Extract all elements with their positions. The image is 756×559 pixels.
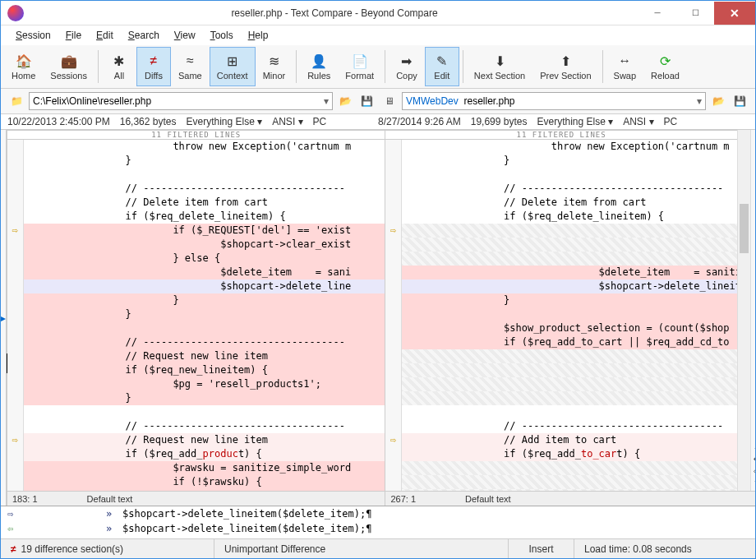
code-line[interactable]: // ---------------------------------- [7,182,385,196]
code-line[interactable] [385,238,736,252]
code-line[interactable]: $shopcart->clear_exist [7,238,385,252]
code-line[interactable] [385,405,736,419]
rules-button[interactable]: 👤Rules [300,47,338,86]
menu-file[interactable]: File [59,27,88,44]
code-line[interactable]: } [385,154,736,168]
format-button[interactable]: 📄Format [338,47,381,86]
right-lineend[interactable]: PC [664,116,678,127]
save-icon[interactable]: 💾 [731,92,749,110]
code-line[interactable]: // ---------------------------------- [385,419,736,433]
arrow-left-icon[interactable]: ⇦ [7,523,24,534]
nav-up-icon[interactable]: ▲ [753,441,755,450]
menu-edit[interactable]: Edit [90,27,120,44]
expand-handle[interactable]: ▸ [1,130,7,506]
open-icon[interactable]: 📂 [336,92,354,110]
code-line[interactable] [385,252,736,266]
code-line[interactable]: // Request new line item [7,349,385,363]
code-line[interactable] [385,377,736,391]
nav-dot-icon[interactable]: ◇ [754,466,755,475]
code-line[interactable]: if ($req_add_to_cart || $req_add_cd_to [385,335,736,349]
prev-section-button[interactable]: ⬆Prev Section [532,47,598,86]
code-line[interactable] [385,475,736,489]
menu-view[interactable]: View [168,27,202,44]
code-line[interactable]: // Delete item from cart [385,196,736,210]
right-code[interactable]: 11 FILTERED LINES ⇨⇨ throw new Exception… [385,130,736,491]
diffs-button[interactable]: ≠Diffs [136,47,171,86]
left-path-input[interactable]: C:\Felix\Online\reseller.php▾ [29,92,333,110]
code-line[interactable]: if ($req_add_to_cart) { [385,447,736,461]
code-line[interactable]: } [7,154,385,168]
nav-down-icon[interactable]: ▼ [753,478,755,487]
code-line[interactable]: if ($req_delete_lineitem) { [385,210,736,224]
code-line[interactable]: if ($req_new_lineitem) { [7,363,385,377]
left-code[interactable]: 11 FILTERED LINES ⇨⇨ throw new Exception… [7,130,385,491]
code-line[interactable]: } [7,307,385,321]
menu-search[interactable]: Search [122,27,166,44]
code-line[interactable]: // Add item to cart [385,433,736,447]
code-line[interactable]: } [385,293,736,307]
save-icon[interactable]: 💾 [357,92,376,110]
code-line[interactable] [385,224,736,238]
code-line[interactable] [385,489,736,491]
code-line[interactable]: $delete_item = sani [7,266,385,280]
code-line[interactable]: $rawsku = sanitize_simple_word [7,461,385,475]
open-icon[interactable]: 📂 [709,92,727,110]
code-line[interactable] [385,168,736,182]
code-line[interactable]: $delete_item = sanitize_in [385,266,736,280]
code-line[interactable] [385,307,736,321]
all-button[interactable]: ✱All [102,47,136,86]
code-line[interactable]: $productclass = saniti [7,489,385,491]
code-line[interactable]: $pg = 'resell_products1'; [7,377,385,391]
code-line[interactable] [7,321,385,335]
menu-tools[interactable]: Tools [204,27,240,44]
copy-button[interactable]: ➡Copy [389,47,425,86]
swap-button[interactable]: ↔Swap [606,47,644,86]
code-line[interactable]: // ---------------------------------- [7,419,385,433]
code-line[interactable]: $shopcart->delete_lineitem($d [385,280,736,293]
nav-dot-icon[interactable]: ◆ [754,454,755,463]
code-line[interactable] [385,349,736,363]
home-button[interactable]: 🏠Home [4,47,43,86]
minor-button[interactable]: ≋Minor [256,47,293,86]
code-line[interactable]: } [7,391,385,405]
code-line[interactable]: } else { [7,252,385,266]
right-filter[interactable]: Everything Else ▾ [537,116,613,127]
code-line[interactable] [385,391,736,405]
code-line[interactable]: if ($req_add_product) { [7,447,385,461]
arrow-right-icon[interactable]: ⇨ [7,508,24,520]
code-line[interactable]: // Delete item from cart [7,196,385,210]
code-line[interactable]: if ($_REQUEST['del'] == 'exist [7,224,385,238]
code-line[interactable] [385,461,736,475]
code-line[interactable]: } [7,293,385,307]
code-line[interactable]: throw new Exception('cartnum m [385,140,736,154]
same-button[interactable]: ≈Same [171,47,210,86]
close-button[interactable]: ✕ [714,2,755,25]
maximize-button[interactable]: ☐ [676,2,714,25]
code-line[interactable]: $show_product_selection = (count($shop [385,321,736,335]
code-line[interactable]: // ---------------------------------- [7,335,385,349]
left-encoding[interactable]: ANSI ▾ [272,116,302,127]
menu-help[interactable]: Help [242,27,275,44]
scrollbar[interactable] [737,130,750,491]
sessions-button[interactable]: 💼Sessions [43,47,94,86]
code-line[interactable] [385,363,736,377]
reload-button[interactable]: ⟳Reload [643,47,687,86]
code-line[interactable]: $shopcart->delete_line [7,280,385,293]
code-line[interactable]: // ---------------------------------- [385,182,736,196]
context-button[interactable]: ⊞Context [210,47,256,86]
right-encoding[interactable]: ANSI ▾ [623,116,653,127]
code-line[interactable]: if ($req_delete_lineitem) { [7,210,385,224]
code-line[interactable]: if (!$rawsku) { [7,475,385,489]
minimize-button[interactable]: ─ [638,2,676,25]
next-section-button[interactable]: ⬇Next Section [467,47,532,86]
menu-session[interactable]: Session [9,27,58,44]
code-line[interactable] [7,168,385,182]
code-line[interactable]: // Request new line item [7,433,385,447]
left-lineend[interactable]: PC [313,116,327,127]
left-filter[interactable]: Everything Else ▾ [186,116,262,127]
code-line[interactable]: throw new Exception('cartnum m [7,140,385,154]
right-path-input[interactable]: VMWebDev reseller.php▾ [402,92,706,110]
code-line[interactable] [7,405,385,419]
titlebar[interactable]: reseller.php - Text Compare - Beyond Com… [1,1,755,25]
edit-button[interactable]: ✎Edit [425,47,459,86]
